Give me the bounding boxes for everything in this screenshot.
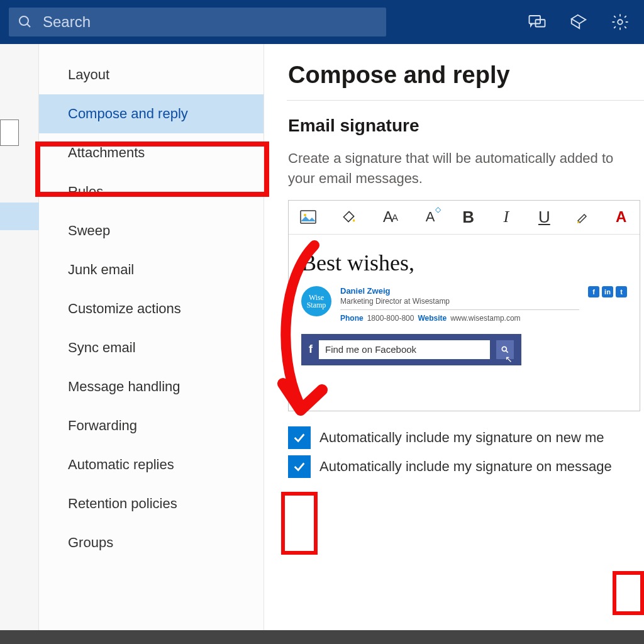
back-button[interactable] xyxy=(0,119,19,146)
section-heading: Email signature xyxy=(288,116,644,136)
website-label: Website xyxy=(418,314,447,323)
facebook-search-icon[interactable]: ↖ xyxy=(496,340,514,359)
bottom-bar xyxy=(0,630,644,644)
signature-greeting: Best wishes, xyxy=(301,250,627,276)
font-color-button[interactable]: A xyxy=(614,208,628,226)
cursor-icon: ↖ xyxy=(505,354,513,364)
insert-image-icon[interactable] xyxy=(300,208,316,226)
signature-name: Daniel Zweig xyxy=(340,286,579,296)
settings-nav: Layout Compose and reply Attachments Rul… xyxy=(39,44,264,630)
nav-item-layout[interactable]: Layout xyxy=(39,55,264,94)
bold-button[interactable]: B xyxy=(461,208,475,226)
search-icon xyxy=(18,14,33,30)
checkbox-row-2: Automatically include my signature on me… xyxy=(288,455,644,478)
nav-item-automatic-replies[interactable]: Automatic replies xyxy=(39,445,264,484)
nav-item-attachments[interactable]: Attachments xyxy=(39,133,264,172)
nav-item-sync[interactable]: Sync email xyxy=(39,328,264,367)
signature-title: Marketing Director at Wisestamp xyxy=(340,297,579,306)
facebook-icon[interactable]: f xyxy=(588,286,599,297)
facebook-banner[interactable]: f Find me on Facebook ↖ xyxy=(301,334,521,365)
clear-format-icon[interactable]: A◇ xyxy=(423,208,437,226)
svg-point-6 xyxy=(304,214,306,216)
highlight-icon[interactable] xyxy=(575,208,591,226)
search-input[interactable] xyxy=(43,13,377,31)
svg-point-4 xyxy=(618,19,623,25)
facebook-banner-label: Find me on Facebook xyxy=(319,340,490,359)
svg-line-1 xyxy=(27,24,30,27)
linkedin-icon[interactable]: in xyxy=(602,286,613,297)
main-area: Layout Compose and reply Attachments Rul… xyxy=(0,44,644,630)
svg-line-8 xyxy=(506,351,508,353)
nav-item-groups[interactable]: Groups xyxy=(39,523,264,562)
signature-editor: AA A◇ B I U A Best wishes, Wise Stamp Da… xyxy=(288,200,640,411)
nav-item-forwarding[interactable]: Forwarding xyxy=(39,406,264,445)
italic-button[interactable]: I xyxy=(499,208,513,226)
settings-icon[interactable] xyxy=(605,7,635,37)
nav-item-retention[interactable]: Retention policies xyxy=(39,484,264,523)
section-description: Create a signature that will be automati… xyxy=(288,148,644,189)
twitter-icon[interactable]: t xyxy=(616,286,627,297)
editor-toolbar: AA A◇ B I U A xyxy=(289,201,640,235)
divider xyxy=(287,100,644,101)
social-icons: f in t xyxy=(588,286,627,297)
nav-item-sweep[interactable]: Sweep xyxy=(39,211,264,250)
checkbox-reply-messages[interactable] xyxy=(288,455,311,478)
svg-point-7 xyxy=(502,347,506,351)
left-rail xyxy=(0,44,39,630)
nav-item-rules[interactable]: Rules xyxy=(39,172,264,211)
checkbox-row-1: Automatically include my signature on ne… xyxy=(288,426,644,449)
checkbox-new-messages[interactable] xyxy=(288,426,311,449)
nav-item-customize[interactable]: Customize actions xyxy=(39,289,264,328)
content-pane: Compose and reply Email signature Create… xyxy=(264,44,644,630)
font-size-icon[interactable]: AA xyxy=(380,208,399,226)
nav-item-junk[interactable]: Junk email xyxy=(39,250,264,289)
underline-button[interactable]: U xyxy=(537,208,551,226)
nav-item-compose-reply[interactable]: Compose and reply xyxy=(39,94,264,133)
phone-label: Phone xyxy=(340,314,364,323)
facebook-f-icon: f xyxy=(309,343,313,356)
page-title: Compose and reply xyxy=(288,62,644,89)
phone-value: 1800-800-800 xyxy=(367,314,414,323)
chat-icon[interactable] xyxy=(522,7,552,37)
svg-point-0 xyxy=(19,16,28,25)
website-value: www.wisestamp.com xyxy=(450,314,520,323)
avatar: Wise Stamp xyxy=(301,286,331,316)
nav-item-message-handling[interactable]: Message handling xyxy=(39,367,264,406)
paint-bucket-icon[interactable] xyxy=(340,208,357,226)
top-bar xyxy=(0,0,644,44)
rail-selection[interactable] xyxy=(0,203,39,230)
checkbox-label-1: Automatically include my signature on ne… xyxy=(319,430,604,446)
search-box[interactable] xyxy=(9,8,386,36)
tag-icon[interactable] xyxy=(564,7,594,37)
editor-body[interactable]: Best wishes, Wise Stamp Daniel Zweig Mar… xyxy=(289,235,640,411)
checkbox-label-2: Automatically include my signature on me… xyxy=(319,458,612,475)
